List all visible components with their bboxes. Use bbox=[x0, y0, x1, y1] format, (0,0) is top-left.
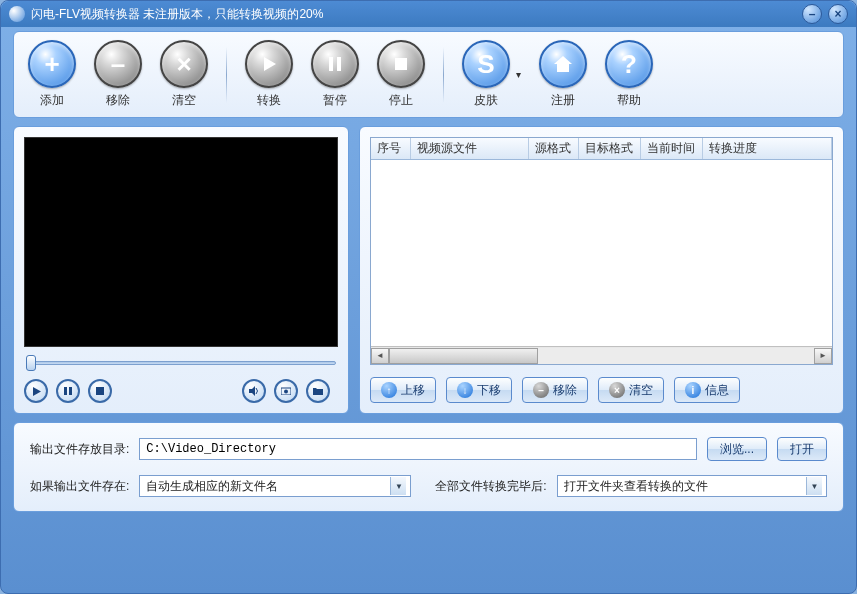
list-remove-button[interactable]: –移除 bbox=[522, 377, 588, 403]
horizontal-scrollbar[interactable]: ◄ ► bbox=[371, 346, 832, 364]
svg-rect-8 bbox=[96, 387, 104, 395]
after-convert-label: 全部文件转换完毕后: bbox=[435, 478, 546, 495]
table-body[interactable] bbox=[371, 160, 832, 346]
question-icon: ? bbox=[605, 40, 653, 88]
arrow-up-icon: ↑ bbox=[381, 382, 397, 398]
app-icon bbox=[9, 6, 25, 22]
help-button[interactable]: ? 帮助 bbox=[605, 40, 653, 109]
info-button[interactable]: i信息 bbox=[674, 377, 740, 403]
pause-button[interactable]: 暂停 bbox=[311, 40, 359, 109]
volume-button[interactable] bbox=[242, 379, 266, 403]
clear-button[interactable]: × 清空 bbox=[160, 40, 208, 109]
svg-rect-6 bbox=[64, 387, 67, 395]
svg-rect-7 bbox=[69, 387, 72, 395]
titlebar[interactable]: 闪电-FLV视频转换器 未注册版本，只能转换视频的20% – × bbox=[1, 1, 856, 27]
play-icon bbox=[245, 40, 293, 88]
stop-icon bbox=[377, 40, 425, 88]
file-table[interactable]: 序号 视频源文件 源格式 目标格式 当前时间 转换进度 ◄ ► bbox=[370, 137, 833, 365]
app-window: 闪电-FLV视频转换器 未注册版本，只能转换视频的20% – × + 添加 – … bbox=[0, 0, 857, 594]
scroll-left-button[interactable]: ◄ bbox=[371, 348, 389, 364]
col-source[interactable]: 视频源文件 bbox=[411, 138, 529, 159]
home-icon bbox=[539, 40, 587, 88]
slider-thumb[interactable] bbox=[26, 355, 36, 371]
toolbar-divider bbox=[226, 47, 227, 103]
window-title: 闪电-FLV视频转换器 未注册版本，只能转换视频的20% bbox=[31, 6, 802, 23]
svg-rect-2 bbox=[337, 57, 341, 71]
scroll-right-button[interactable]: ► bbox=[814, 348, 832, 364]
svg-point-11 bbox=[284, 390, 288, 394]
skin-icon: S bbox=[462, 40, 510, 88]
video-preview[interactable] bbox=[24, 137, 338, 347]
col-index[interactable]: 序号 bbox=[371, 138, 411, 159]
preview-panel bbox=[13, 126, 349, 414]
x-icon: × bbox=[160, 40, 208, 88]
col-time[interactable]: 当前时间 bbox=[641, 138, 703, 159]
skin-dropdown-arrow[interactable]: ▾ bbox=[516, 69, 521, 80]
svg-marker-5 bbox=[33, 387, 41, 396]
player-stop-button[interactable] bbox=[88, 379, 112, 403]
col-srcfmt[interactable]: 源格式 bbox=[529, 138, 579, 159]
svg-marker-4 bbox=[554, 56, 572, 72]
file-exists-label: 如果输出文件存在: bbox=[30, 478, 129, 495]
move-down-button[interactable]: ↓下移 bbox=[446, 377, 512, 403]
open-button[interactable]: 打开 bbox=[777, 437, 827, 461]
open-folder-button[interactable] bbox=[306, 379, 330, 403]
col-tgtfmt[interactable]: 目标格式 bbox=[579, 138, 641, 159]
table-header: 序号 视频源文件 源格式 目标格式 当前时间 转换进度 bbox=[371, 138, 832, 160]
arrow-down-icon: ↓ bbox=[457, 382, 473, 398]
file-list-panel: 序号 视频源文件 源格式 目标格式 当前时间 转换进度 ◄ ► ↑上移 ↓下移 … bbox=[359, 126, 844, 414]
add-button[interactable]: + 添加 bbox=[28, 40, 76, 109]
remove-button[interactable]: – 移除 bbox=[94, 40, 142, 109]
pause-icon bbox=[311, 40, 359, 88]
move-up-button[interactable]: ↑上移 bbox=[370, 377, 436, 403]
scroll-thumb[interactable] bbox=[389, 348, 538, 364]
list-clear-button[interactable]: ×清空 bbox=[598, 377, 664, 403]
player-pause-button[interactable] bbox=[56, 379, 80, 403]
output-dir-input[interactable] bbox=[139, 438, 697, 460]
player-play-button[interactable] bbox=[24, 379, 48, 403]
svg-marker-9 bbox=[249, 386, 255, 396]
info-icon: i bbox=[685, 382, 701, 398]
svg-marker-0 bbox=[264, 57, 276, 71]
minus-icon: – bbox=[533, 382, 549, 398]
x-icon: × bbox=[609, 382, 625, 398]
chevron-down-icon: ▼ bbox=[390, 477, 406, 495]
after-convert-combo[interactable]: 打开文件夹查看转换的文件 ▼ bbox=[557, 475, 827, 497]
close-button[interactable]: × bbox=[828, 4, 848, 24]
col-progress[interactable]: 转换进度 bbox=[703, 138, 832, 159]
skin-button[interactable]: S 皮肤 bbox=[462, 40, 510, 109]
minimize-button[interactable]: – bbox=[802, 4, 822, 24]
file-exists-combo[interactable]: 自动生成相应的新文件名 ▼ bbox=[139, 475, 411, 497]
output-panel: 输出文件存放目录: 浏览... 打开 如果输出文件存在: 自动生成相应的新文件名… bbox=[13, 422, 844, 512]
snapshot-button[interactable] bbox=[274, 379, 298, 403]
toolbar-divider bbox=[443, 47, 444, 103]
svg-rect-3 bbox=[395, 58, 407, 70]
toolbar: + 添加 – 移除 × 清空 转换 暂停 停止 S 皮肤 ▾ bbox=[13, 31, 844, 118]
output-dir-label: 输出文件存放目录: bbox=[30, 441, 129, 458]
minus-icon: – bbox=[94, 40, 142, 88]
register-button[interactable]: 注册 bbox=[539, 40, 587, 109]
svg-rect-1 bbox=[329, 57, 333, 71]
browse-button[interactable]: 浏览... bbox=[707, 437, 767, 461]
convert-button[interactable]: 转换 bbox=[245, 40, 293, 109]
chevron-down-icon: ▼ bbox=[806, 477, 822, 495]
plus-icon: + bbox=[28, 40, 76, 88]
stop-button[interactable]: 停止 bbox=[377, 40, 425, 109]
seek-slider[interactable] bbox=[26, 357, 336, 369]
